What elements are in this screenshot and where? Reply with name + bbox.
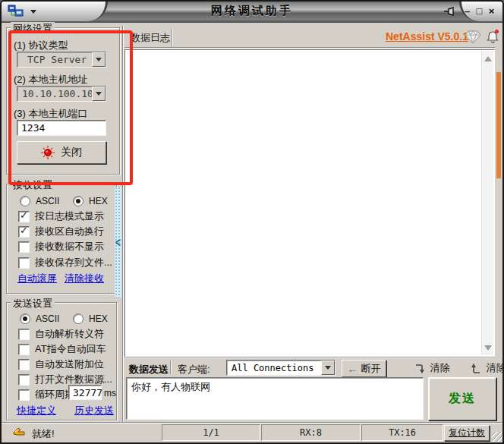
send-ascii-label: ASCII xyxy=(36,313,59,324)
checkbox-label: 打开文件数据源... xyxy=(35,373,112,385)
cycle-input[interactable]: 32777 xyxy=(68,385,102,400)
status-tx-panel: TX:16 xyxy=(361,424,443,441)
checkbox-log-mode[interactable]: 按日志模式显示 xyxy=(18,209,104,223)
triangle-down-icon xyxy=(484,345,492,351)
client-dropdown-button[interactable] xyxy=(321,361,335,375)
protocol-dropdown-button[interactable] xyxy=(92,52,106,67)
scroll-up-button[interactable] xyxy=(482,52,493,65)
disconnect-button[interactable]: ← 断开 xyxy=(342,360,386,377)
version-link[interactable]: NetAssist V5.0.1 xyxy=(386,30,468,43)
diamond-icon[interactable] xyxy=(465,30,481,44)
port-label: (3) 本地主机端口 xyxy=(14,107,88,121)
send-message-text: 你好，有人物联网 xyxy=(131,381,210,392)
checkbox-icon xyxy=(18,211,30,222)
clear-send-button[interactable]: 清除 xyxy=(414,361,450,375)
radio-icon xyxy=(20,313,30,324)
send-settings-label: 发送设置 xyxy=(11,297,55,310)
send-button[interactable]: 发送 xyxy=(428,377,496,420)
send-area-divider xyxy=(124,357,495,358)
receive-ascii-label: ASCII xyxy=(36,196,59,206)
scroll-down-button[interactable] xyxy=(482,342,493,354)
auto-scroll-link[interactable]: 自动滚屏 xyxy=(17,272,57,285)
panel-divider xyxy=(122,26,124,422)
checkbox-auto-wrap[interactable]: 接收区自动换行 xyxy=(18,225,104,238)
notification-bell-icon[interactable] xyxy=(486,29,499,44)
chevron-down-icon xyxy=(96,58,102,61)
radio-icon xyxy=(20,196,30,206)
address-label: (2) 本地主机地址 xyxy=(14,73,88,87)
toolbar-separator xyxy=(170,361,172,374)
tabbar-divider xyxy=(124,47,495,49)
checkbox-cycle[interactable]: 循环周期 xyxy=(18,388,74,401)
resize-grip[interactable] xyxy=(492,432,502,442)
protocol-select[interactable]: TCP Server xyxy=(17,52,106,68)
port-input[interactable]: 1234 xyxy=(17,120,106,136)
checkbox-icon xyxy=(18,257,30,269)
pin-icon[interactable] xyxy=(443,5,456,17)
checkbox-label: 接收数据不显示 xyxy=(35,241,104,252)
client-label: 客户端: xyxy=(178,363,210,376)
shortcut-define-link[interactable]: 快捷定义 xyxy=(17,404,56,417)
checkbox-save-to-file[interactable]: 接收保存到文件... xyxy=(18,256,112,269)
send-message-input[interactable]: 你好，有人物联网 xyxy=(126,377,424,420)
title-bar: – □ × 网络调试助手 xyxy=(0,0,504,23)
statusbar-divider xyxy=(2,422,502,424)
red-status-dot-icon xyxy=(41,146,55,159)
checkbox-label: 接收保存到文件... xyxy=(35,257,112,268)
arrow-curve-up-icon xyxy=(471,363,481,374)
clear-receive-link[interactable]: 清除接收 xyxy=(65,272,104,285)
checkbox-auto-append[interactable]: 自动发送附加位 xyxy=(18,357,104,371)
checkbox-icon xyxy=(18,241,30,253)
history-send-link[interactable]: 历史发送 xyxy=(74,404,114,417)
checkbox-icon xyxy=(18,329,30,340)
checkbox-hide-data[interactable]: 接收数据不显示 xyxy=(18,240,104,253)
checkbox-label: 自动解析转义符 xyxy=(35,328,104,339)
network-settings-label: 网络设置 xyxy=(11,22,55,36)
edge-orange-strip xyxy=(496,72,501,178)
triangle-up-icon xyxy=(484,56,492,61)
checkbox-at-return[interactable]: AT指令自动回车 xyxy=(18,342,106,356)
close-connection-button[interactable]: 关闭 xyxy=(17,141,106,164)
status-rx-panel: RX:8 xyxy=(261,424,361,441)
data-log-area[interactable] xyxy=(124,49,495,357)
netassist-window: – □ × 网络调试助手 网络设置 (1) 协议类型 TCP Server (2… xyxy=(0,0,504,444)
clear-send-label: 清除 xyxy=(430,362,450,373)
panel-collapse-splitter[interactable]: < xyxy=(115,187,121,298)
protocol-label: (1) 协议类型 xyxy=(14,39,68,52)
tab-separator xyxy=(172,29,173,47)
window-title: 网络调试助手 xyxy=(0,4,504,18)
chevron-down-icon xyxy=(325,366,331,370)
log-scrollbar[interactable] xyxy=(481,51,493,355)
tab-data-log[interactable]: 数据日志 xyxy=(131,31,170,45)
address-select[interactable]: 10.10.100.102 xyxy=(17,86,106,102)
reset-count-button[interactable]: 复位计数 xyxy=(444,425,490,441)
send-hex-radio[interactable]: HEX xyxy=(73,312,108,324)
send-ascii-radio[interactable]: ASCII xyxy=(20,312,59,324)
arrow-left-icon: ← xyxy=(348,365,358,373)
receive-hex-radio[interactable]: HEX xyxy=(73,194,108,206)
notification-dot xyxy=(495,30,499,33)
receive-settings-label: 接收设置 xyxy=(11,178,55,192)
client-select[interactable]: All Connections (0) xyxy=(226,360,335,376)
radio-icon xyxy=(73,196,83,206)
status-ready-text: 就绪! xyxy=(32,427,55,441)
address-value: 10.10.100.102 xyxy=(17,87,92,101)
arrow-curve-down-icon xyxy=(414,363,425,374)
protocol-value: TCP Server xyxy=(17,52,92,67)
checkbox-label: 自动发送附加位 xyxy=(35,358,104,370)
receive-ascii-radio[interactable]: ASCII xyxy=(20,194,59,206)
clear-receive-button[interactable]: 清除 xyxy=(471,361,504,375)
checkbox-label: 接收区自动换行 xyxy=(35,225,104,237)
checkbox-icon xyxy=(18,226,30,238)
checkbox-label: 按日志模式显示 xyxy=(35,210,104,222)
address-dropdown-button[interactable] xyxy=(92,87,106,101)
client-value: All Connections (0) xyxy=(227,361,321,375)
ready-hand-icon xyxy=(11,426,27,438)
data-send-label: 数据发送 xyxy=(129,363,169,376)
send-hex-label: HEX xyxy=(89,313,108,324)
checkbox-parse-escape[interactable]: 自动解析转义符 xyxy=(18,327,104,341)
checkbox-icon xyxy=(18,389,30,401)
close-connection-label: 关闭 xyxy=(61,146,82,159)
checkbox-icon xyxy=(18,344,30,355)
chevron-down-icon xyxy=(96,92,102,96)
